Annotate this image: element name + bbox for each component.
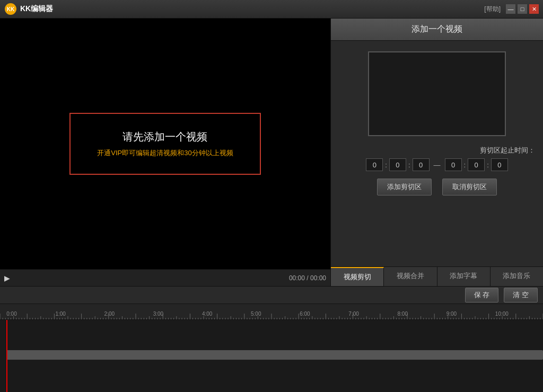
clip-time-label: 剪切区起止时间： bbox=[336, 146, 538, 155]
action-bar: 保 存 清 空 bbox=[0, 286, 543, 304]
timeline-track-bg bbox=[6, 350, 543, 360]
help-button[interactable]: [帮助] bbox=[481, 4, 504, 15]
svg-text:5:00: 5:00 bbox=[251, 311, 261, 317]
titlebar: KK KK编辑器 [帮助] — □ ✕ bbox=[0, 0, 543, 19]
video-controls: ▶ 00:00 / 00:00 bbox=[0, 269, 330, 286]
sep3: : bbox=[464, 161, 466, 169]
svg-text:10:00: 10:00 bbox=[495, 311, 509, 317]
save-button[interactable]: 保 存 bbox=[465, 288, 499, 302]
sep2: : bbox=[408, 161, 410, 169]
timeline-playhead bbox=[6, 320, 7, 392]
svg-text:4:00: 4:00 bbox=[202, 311, 213, 317]
time-display: 00:00 / 00:00 bbox=[289, 274, 326, 282]
right-content: 剪切区起止时间： : : — : : 添加剪切区 取消剪切区 bbox=[331, 41, 543, 266]
ruler-svg: 0:001:002:003:004:005:006:007:008:009:00… bbox=[0, 304, 543, 320]
right-tabs: 视频剪切 视频合并 添加字幕 添加音乐 bbox=[331, 266, 543, 286]
video-prompt-main: 请先添加一个视频 bbox=[97, 130, 233, 144]
svg-text:2:00: 2:00 bbox=[104, 311, 115, 317]
close-button[interactable]: ✕ bbox=[529, 4, 539, 14]
svg-text:KK: KK bbox=[7, 6, 15, 12]
main-area: 请先添加一个视频 开通VIP即可编辑超清视频和30分钟以上视频 ▶ 00:00 … bbox=[0, 19, 543, 286]
sep4: : bbox=[487, 161, 489, 169]
preview-area bbox=[368, 51, 506, 136]
svg-text:6:00: 6:00 bbox=[300, 311, 310, 317]
app-title: KK编辑器 bbox=[20, 4, 53, 14]
sep1: : bbox=[385, 161, 387, 169]
tab-video-cut[interactable]: 视频剪切 bbox=[331, 267, 384, 286]
clip-end-m[interactable] bbox=[468, 158, 485, 171]
svg-text:3:00: 3:00 bbox=[153, 311, 164, 317]
svg-text:7:00: 7:00 bbox=[348, 311, 359, 317]
cancel-clip-button[interactable]: 取消剪切区 bbox=[442, 179, 497, 195]
tab-add-music[interactable]: 添加音乐 bbox=[491, 267, 543, 286]
clip-end-s[interactable] bbox=[491, 158, 508, 171]
clip-buttons: 添加剪切区 取消剪切区 bbox=[336, 179, 538, 195]
logo: KK KK编辑器 bbox=[4, 3, 53, 15]
timeline-ruler: 0:001:002:003:004:005:006:007:008:009:00… bbox=[0, 304, 543, 320]
right-panel-header: 添加一个视频 bbox=[331, 19, 543, 41]
svg-text:0:00: 0:00 bbox=[6, 311, 17, 317]
svg-text:8:00: 8:00 bbox=[398, 311, 408, 317]
clear-button[interactable]: 清 空 bbox=[504, 288, 538, 302]
minimize-button[interactable]: — bbox=[506, 4, 515, 14]
video-area: 请先添加一个视频 开通VIP即可编辑超清视频和30分钟以上视频 bbox=[0, 19, 330, 269]
svg-text:9:00: 9:00 bbox=[446, 311, 457, 317]
kk-logo-icon: KK bbox=[4, 3, 17, 15]
clip-start-s[interactable] bbox=[413, 158, 430, 171]
tab-add-subtitle[interactable]: 添加字幕 bbox=[437, 267, 491, 286]
maximize-button[interactable]: □ bbox=[518, 4, 527, 14]
add-clip-button[interactable]: 添加剪切区 bbox=[377, 179, 432, 195]
clip-end-h[interactable] bbox=[445, 158, 462, 171]
right-panel: 添加一个视频 剪切区起止时间： : : — : : 添加剪切区 取消剪切区 bbox=[331, 19, 543, 286]
clip-start-m[interactable] bbox=[389, 158, 406, 171]
timeline-tracks[interactable] bbox=[0, 320, 543, 392]
dash: — bbox=[434, 161, 441, 169]
clip-start-h[interactable] bbox=[366, 158, 383, 171]
timeline-area: 0:001:002:003:004:005:006:007:008:009:00… bbox=[0, 304, 543, 392]
video-prompt-sub: 开通VIP即可编辑超清视频和30分钟以上视频 bbox=[97, 148, 233, 158]
svg-text:1:00: 1:00 bbox=[55, 311, 66, 317]
titlebar-right: [帮助] — □ ✕ bbox=[481, 4, 539, 15]
play-button[interactable]: ▶ bbox=[4, 274, 10, 282]
left-panel: 请先添加一个视频 开通VIP即可编辑超清视频和30分钟以上视频 ▶ 00:00 … bbox=[0, 19, 331, 286]
clip-time-inputs: : : — : : bbox=[336, 158, 538, 171]
video-placeholder: 请先添加一个视频 开通VIP即可编辑超清视频和30分钟以上视频 bbox=[69, 113, 260, 175]
tab-video-merge[interactable]: 视频合并 bbox=[384, 267, 437, 286]
